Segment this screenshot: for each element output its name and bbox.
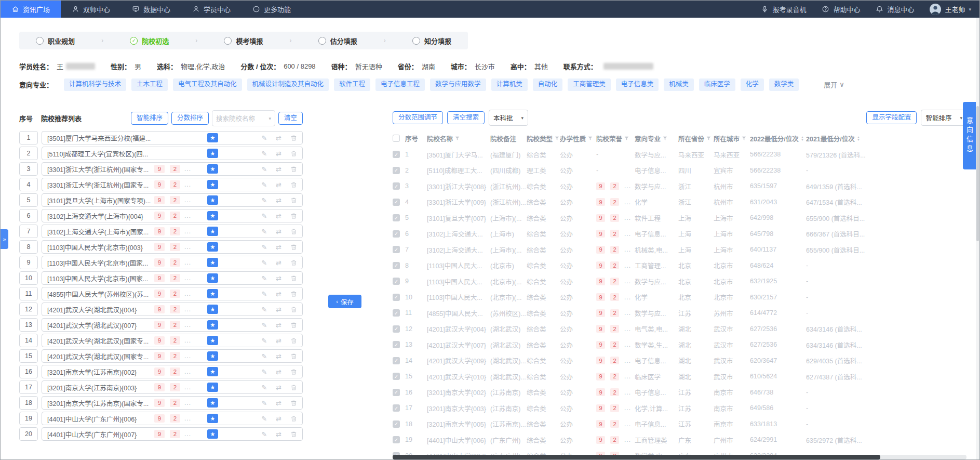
major-tag[interactable]: 计算机科学与技术 xyxy=(64,78,126,91)
major-tag[interactable]: 化学 xyxy=(741,78,764,91)
row-checkbox[interactable]: ✓ xyxy=(393,182,400,190)
major-tag[interactable]: 电子信息工程 xyxy=(375,78,425,91)
delete-icon[interactable] xyxy=(290,369,297,375)
nav-link-消息中心[interactable]: 消息中心 xyxy=(876,4,914,14)
swap-icon[interactable]: ⇄ xyxy=(276,368,281,376)
delete-icon[interactable] xyxy=(290,197,297,204)
row-checkbox[interactable]: ✓ xyxy=(393,214,400,221)
row-checkbox[interactable]: ✓ xyxy=(393,373,400,380)
filter-icon[interactable] xyxy=(455,136,460,141)
favorite-star-button[interactable]: ★ xyxy=(207,336,218,345)
delete-icon[interactable] xyxy=(290,259,297,266)
filter-icon[interactable] xyxy=(742,136,746,141)
edit-icon[interactable]: ✎ xyxy=(261,352,267,360)
vertical-scrollbar-thumb[interactable] xyxy=(976,106,979,241)
swap-icon[interactable]: ⇄ xyxy=(276,321,281,329)
row-checkbox[interactable]: ✓ xyxy=(393,325,400,333)
user-menu[interactable]: 王老师 ▾ xyxy=(930,4,971,15)
delete-icon[interactable] xyxy=(290,135,297,141)
edit-icon[interactable]: ✎ xyxy=(261,337,267,345)
filter-icon[interactable] xyxy=(555,136,559,141)
edit-icon[interactable]: ✎ xyxy=(261,243,267,251)
sort-icon[interactable]: ▲▼ xyxy=(857,136,860,141)
favorite-star-button[interactable]: ★ xyxy=(207,414,218,423)
major-tag[interactable]: 软件工程 xyxy=(334,78,370,91)
edit-icon[interactable]: ✎ xyxy=(261,306,267,313)
swap-icon[interactable]: ⇄ xyxy=(276,290,281,298)
row-checkbox[interactable]: ✓ xyxy=(393,167,400,174)
major-tag[interactable]: 计算机类 xyxy=(491,78,528,91)
favorite-star-button[interactable]: ★ xyxy=(207,133,218,142)
swap-icon[interactable]: ⇄ xyxy=(276,274,281,282)
favorite-star-button[interactable]: ★ xyxy=(207,383,218,392)
edit-icon[interactable]: ✎ xyxy=(261,259,267,267)
favorite-star-button[interactable]: ★ xyxy=(207,429,218,439)
score-range-button[interactable]: 分数范围调节 xyxy=(393,111,443,124)
delete-icon[interactable] xyxy=(290,291,297,297)
swap-icon[interactable]: ⇄ xyxy=(276,399,281,407)
edit-icon[interactable]: ✎ xyxy=(261,196,267,204)
nav-link-帮助中心[interactable]: 帮助中心 xyxy=(822,4,860,14)
favorite-star-button[interactable]: ★ xyxy=(207,320,218,330)
major-tag[interactable]: 数学类 xyxy=(769,78,799,91)
row-checkbox[interactable]: ✓ xyxy=(393,278,400,285)
delete-icon[interactable] xyxy=(290,384,297,391)
step-院校初选[interactable]: ✓院校初选 xyxy=(130,36,169,46)
row-checkbox[interactable]: ✓ xyxy=(393,151,400,158)
favorite-star-button[interactable]: ★ xyxy=(207,227,218,236)
favorite-star-button[interactable]: ★ xyxy=(207,351,218,361)
row-checkbox[interactable]: ✓ xyxy=(393,246,400,253)
sort-select[interactable]: 智能排序 ▾ xyxy=(921,110,967,126)
delete-icon[interactable] xyxy=(290,244,297,251)
swap-icon[interactable]: ⇄ xyxy=(276,196,281,204)
favorite-star-button[interactable]: ★ xyxy=(207,273,218,283)
row-checkbox[interactable]: ✓ xyxy=(393,199,400,206)
favorite-star-button[interactable]: ★ xyxy=(207,289,218,298)
nav-item-双师中心[interactable]: 双师中心 xyxy=(61,1,121,18)
favorite-star-button[interactable]: ★ xyxy=(207,258,218,267)
favorite-star-button[interactable]: ★ xyxy=(207,242,218,252)
swap-icon[interactable]: ⇄ xyxy=(276,306,281,313)
favorite-star-button[interactable]: ★ xyxy=(207,398,218,408)
edit-icon[interactable]: ✎ xyxy=(261,290,267,298)
favorite-star-button[interactable]: ★ xyxy=(207,305,218,314)
sort-icon[interactable]: ▲▼ xyxy=(801,136,804,141)
major-tag[interactable]: 土木工程 xyxy=(131,78,168,91)
delete-icon[interactable] xyxy=(290,353,297,360)
vertical-scrollbar[interactable] xyxy=(976,18,979,459)
edit-icon[interactable]: ✎ xyxy=(261,228,267,235)
filter-icon[interactable] xyxy=(706,136,711,141)
horizontal-scrollbar-thumb[interactable] xyxy=(393,455,880,459)
row-checkbox[interactable]: ✓ xyxy=(393,420,400,428)
edit-icon[interactable]: ✎ xyxy=(261,399,267,407)
smart-sort-button[interactable]: 智能排序 xyxy=(131,112,168,125)
delete-icon[interactable] xyxy=(290,322,297,328)
swap-icon[interactable]: ⇄ xyxy=(276,165,281,173)
swap-icon[interactable]: ⇄ xyxy=(276,352,281,360)
swap-icon[interactable]: ⇄ xyxy=(276,337,281,345)
row-checkbox[interactable]: ✓ xyxy=(393,262,400,269)
save-button[interactable]: ‹ 保存 xyxy=(328,295,361,308)
favorite-star-button[interactable]: ★ xyxy=(207,367,218,376)
delete-icon[interactable] xyxy=(290,150,297,157)
row-checkbox[interactable]: ✓ xyxy=(393,309,400,317)
delete-icon[interactable] xyxy=(290,228,297,235)
score-sort-button[interactable]: 分数排序 xyxy=(171,112,209,125)
major-tag[interactable]: 电气工程及其自动化 xyxy=(173,78,242,91)
edit-icon[interactable]: ✎ xyxy=(261,150,267,157)
step-职业规划[interactable]: 职业规划 xyxy=(36,36,75,46)
row-checkbox[interactable]: ✓ xyxy=(393,404,400,412)
filter-icon[interactable] xyxy=(624,136,629,141)
field-config-button[interactable]: 显示字段配置 xyxy=(866,111,917,124)
major-tag[interactable]: 数学与应用数学 xyxy=(430,78,486,91)
major-tag[interactable]: 工商管理类 xyxy=(568,78,611,91)
swap-icon[interactable]: ⇄ xyxy=(276,134,281,142)
row-checkbox[interactable]: ✓ xyxy=(393,294,400,301)
major-tag[interactable]: 机械设计制造及其自动化 xyxy=(247,78,329,91)
swap-icon[interactable]: ⇄ xyxy=(276,384,281,391)
row-checkbox[interactable]: ✓ xyxy=(393,357,400,364)
favorite-star-button[interactable]: ★ xyxy=(207,211,218,220)
favorite-star-button[interactable]: ★ xyxy=(207,149,218,158)
delete-icon[interactable] xyxy=(290,431,297,438)
favorite-star-button[interactable]: ★ xyxy=(207,195,218,205)
